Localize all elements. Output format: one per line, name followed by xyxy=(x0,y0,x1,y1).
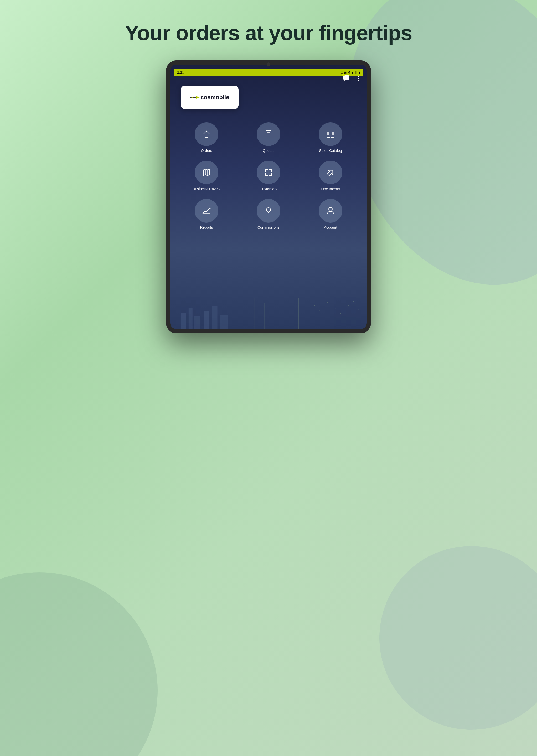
svg-rect-11 xyxy=(327,131,330,137)
svg-point-46 xyxy=(348,305,349,306)
svg-rect-34 xyxy=(194,316,200,329)
app-screen: 3:31 ⊡ ⊞ M ▲ ||| ▮ ⋮ xyxy=(170,64,367,329)
svg-rect-24 xyxy=(269,173,272,175)
svg-point-31 xyxy=(329,208,332,211)
account-icon-circle xyxy=(319,199,342,223)
reports-icon xyxy=(201,206,212,216)
orders-icon-circle xyxy=(195,122,218,146)
menu-item-commissions[interactable]: Commissions xyxy=(240,199,297,229)
menu-item-sales-catalog[interactable]: Sales Catalog xyxy=(302,122,359,153)
tablet: 3:31 ⊡ ⊞ M ▲ ||| ▮ ⋮ xyxy=(166,60,371,333)
documents-icon xyxy=(325,167,336,178)
skyline xyxy=(170,298,367,329)
svg-rect-23 xyxy=(265,173,268,175)
svg-rect-22 xyxy=(269,169,272,172)
menu-item-quotes[interactable]: Quotes xyxy=(240,122,297,153)
sales-catalog-icon xyxy=(325,129,336,139)
logo-container: cosmobile xyxy=(181,86,238,109)
svg-rect-7 xyxy=(266,131,271,138)
business-travels-label: Business Travels xyxy=(192,187,221,191)
more-menu-button[interactable]: ⋮ xyxy=(355,75,361,82)
customers-icon-circle xyxy=(257,161,280,184)
logo-arrow-icon xyxy=(190,95,200,99)
business-travels-icon-circle xyxy=(195,161,218,184)
svg-point-44 xyxy=(335,308,336,309)
top-bar-icons: ⋮ xyxy=(343,74,361,83)
commissions-icon-circle xyxy=(257,199,280,223)
reports-label: Reports xyxy=(200,225,213,229)
quotes-icon-circle xyxy=(257,122,280,146)
svg-rect-35 xyxy=(204,311,209,329)
business-travels-icon xyxy=(201,167,212,178)
svg-point-45 xyxy=(340,313,341,314)
svg-line-6 xyxy=(206,135,207,136)
menu-item-account[interactable]: Account xyxy=(302,199,359,229)
menu-item-documents[interactable]: Documents xyxy=(302,161,359,191)
top-bar: ⋮ xyxy=(170,72,367,85)
bg-shape-bottom-left xyxy=(0,572,158,756)
orders-label: Orders xyxy=(201,149,212,153)
customers-icon xyxy=(263,167,274,178)
svg-rect-33 xyxy=(188,308,192,329)
svg-point-47 xyxy=(353,301,354,302)
svg-rect-12 xyxy=(331,131,334,137)
account-label: Account xyxy=(324,225,337,229)
sales-catalog-icon-circle xyxy=(319,122,342,146)
svg-rect-21 xyxy=(265,169,268,172)
logo: cosmobile xyxy=(190,94,229,101)
svg-point-27 xyxy=(267,208,270,212)
page-title: Your orders at your fingertips xyxy=(0,21,537,45)
documents-label: Documents xyxy=(321,187,340,191)
tablet-camera xyxy=(267,62,270,66)
svg-rect-32 xyxy=(181,314,186,329)
chat-button[interactable] xyxy=(343,74,351,83)
svg-point-48 xyxy=(359,309,359,310)
svg-point-4 xyxy=(191,96,192,98)
svg-rect-37 xyxy=(220,315,228,329)
svg-marker-25 xyxy=(326,168,335,177)
account-icon xyxy=(325,206,336,216)
orders-icon xyxy=(201,129,212,139)
quotes-label: Quotes xyxy=(263,149,274,153)
commissions-icon xyxy=(263,206,274,216)
svg-point-42 xyxy=(319,311,320,311)
svg-marker-1 xyxy=(344,80,346,81)
customers-label: Customers xyxy=(260,187,277,191)
reports-icon-circle xyxy=(195,199,218,223)
menu-item-orders[interactable]: Orders xyxy=(178,122,235,153)
documents-icon-circle xyxy=(319,161,342,184)
menu-grid: Orders Quotes xyxy=(178,122,359,229)
svg-marker-3 xyxy=(196,96,199,99)
menu-item-reports[interactable]: Reports xyxy=(178,199,235,229)
chat-dot xyxy=(342,74,345,76)
bg-shape-bottom-right xyxy=(379,546,537,730)
svg-rect-36 xyxy=(212,306,218,329)
logo-text: cosmobile xyxy=(201,94,229,101)
sales-catalog-label: Sales Catalog xyxy=(319,149,342,153)
svg-point-43 xyxy=(327,302,328,303)
quotes-icon xyxy=(263,129,274,139)
menu-item-business-travels[interactable]: Business Travels xyxy=(178,161,235,191)
menu-item-customers[interactable]: Customers xyxy=(240,161,297,191)
svg-marker-5 xyxy=(203,131,210,137)
svg-point-41 xyxy=(314,305,315,306)
commissions-label: Commissions xyxy=(258,225,279,229)
